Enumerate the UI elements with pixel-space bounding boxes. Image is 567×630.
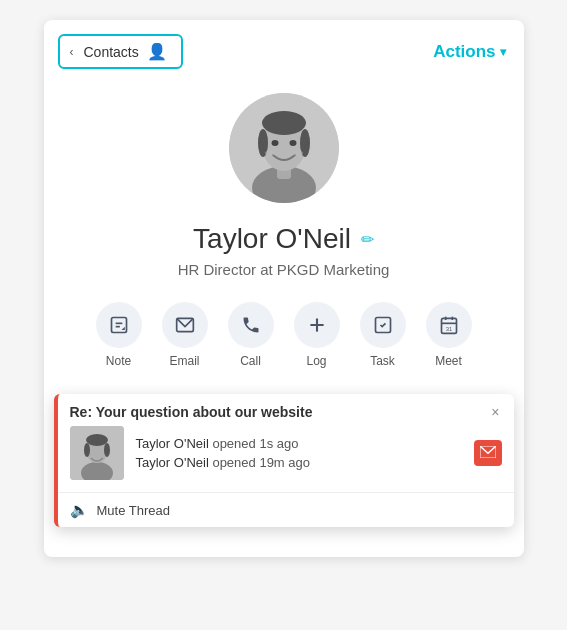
meet-action[interactable]: 31 Meet [426, 302, 472, 368]
svg-rect-12 [111, 318, 126, 333]
actions-button[interactable]: Actions ▾ [433, 42, 505, 62]
notif-name-1: Taylor O'Neil [136, 436, 209, 451]
note-label: Note [106, 354, 131, 368]
note-icon [96, 302, 142, 348]
back-chevron-icon: ‹ [70, 45, 74, 59]
meet-label: Meet [435, 354, 462, 368]
svg-point-28 [84, 443, 90, 457]
dropdown-arrow-icon: ▾ [500, 45, 506, 59]
log-action[interactable]: Log [294, 302, 340, 368]
notification-lines: Taylor O'Neil opened 1s ago Taylor O'Nei… [136, 426, 311, 480]
avatar-section [44, 83, 524, 219]
mute-speaker-icon: 🔈 [70, 501, 89, 519]
meet-icon: 31 [426, 302, 472, 348]
notification-avatar [70, 426, 124, 480]
contact-name: Taylor O'Neil [193, 223, 351, 255]
notification-line-2: Taylor O'Neil opened 19m ago [136, 455, 311, 470]
notif-action-1: opened 1s ago [212, 436, 298, 451]
notification-line-1: Taylor O'Neil opened 1s ago [136, 436, 311, 451]
svg-point-7 [266, 113, 302, 129]
svg-point-27 [86, 434, 108, 446]
card-header: ‹ Contacts 👤 Actions ▾ [44, 20, 524, 83]
contacts-label: Contacts [84, 44, 139, 60]
task-label: Task [370, 354, 395, 368]
email-label: Email [169, 354, 199, 368]
call-label: Call [240, 354, 261, 368]
svg-point-9 [289, 140, 296, 146]
note-action[interactable]: Note [96, 302, 142, 368]
notification-subject: Re: Your question about our website [70, 404, 313, 420]
contact-title: HR Director at PKGD Marketing [44, 261, 524, 278]
close-notification-button[interactable]: × [489, 404, 501, 420]
notif-name-2: Taylor O'Neil [136, 455, 209, 470]
mute-thread-row[interactable]: 🔈 Mute Thread [58, 492, 514, 527]
svg-point-11 [293, 150, 303, 156]
svg-point-8 [271, 140, 278, 146]
avatar [229, 93, 339, 203]
notification-header: Re: Your question about our website × [58, 394, 514, 426]
notif-action-2: opened 19m ago [212, 455, 310, 470]
action-buttons-row: Note Email Call [44, 302, 524, 374]
task-action[interactable]: Task [360, 302, 406, 368]
contact-card: ‹ Contacts 👤 Actions ▾ [44, 20, 524, 557]
edit-icon[interactable]: ✏ [361, 230, 374, 249]
mute-thread-label: Mute Thread [97, 503, 170, 518]
actions-label: Actions [433, 42, 495, 62]
email-action[interactable]: Email [162, 302, 208, 368]
person-icon: 👤 [147, 42, 167, 61]
notification-popup: Re: Your question about our website × Ta [54, 394, 514, 527]
svg-point-29 [104, 443, 110, 457]
contact-name-row: Taylor O'Neil ✏ [44, 219, 524, 261]
svg-text:31: 31 [445, 326, 451, 332]
task-icon [360, 302, 406, 348]
log-label: Log [306, 354, 326, 368]
contacts-back-button[interactable]: ‹ Contacts 👤 [58, 34, 183, 69]
notification-body: Taylor O'Neil opened 1s ago Taylor O'Nei… [58, 426, 514, 492]
call-icon [228, 302, 274, 348]
log-icon [294, 302, 340, 348]
email-icon [162, 302, 208, 348]
call-action[interactable]: Call [228, 302, 274, 368]
svg-point-10 [265, 150, 275, 156]
